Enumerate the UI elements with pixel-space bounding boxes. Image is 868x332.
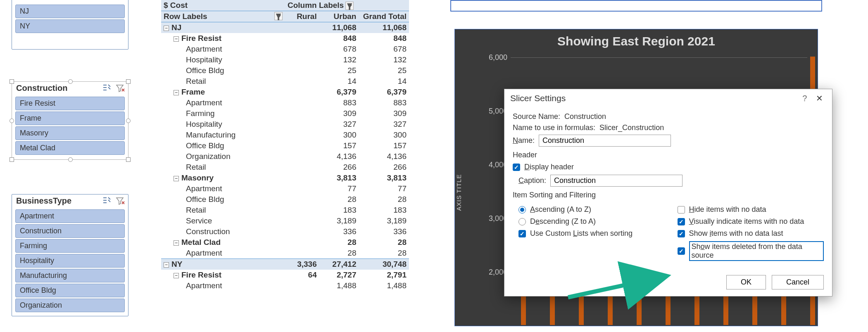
slicer-item-farming[interactable]: Farming (15, 239, 125, 253)
table-row[interactable]: −Masonry3,8133,813 (161, 173, 409, 183)
table-row[interactable]: Retail183183 (161, 205, 409, 216)
cell-value (285, 108, 319, 119)
slicer-item-frame[interactable]: Frame (15, 111, 125, 125)
slicer-item-apartment[interactable]: Apartment (15, 209, 125, 223)
table-row[interactable]: −Fire Resist642,7272,791 (161, 270, 409, 280)
slicer-item-construction[interactable]: Construction (15, 224, 125, 238)
table-row[interactable]: Office Bldg157157 (161, 140, 409, 151)
row-label: Frame (181, 88, 205, 96)
resize-handle[interactable] (126, 119, 131, 123)
table-row[interactable]: Apartment883883 (161, 97, 409, 108)
cell-value: 2,791 (359, 270, 409, 280)
help-icon[interactable]: ? (799, 92, 810, 104)
table-row[interactable]: −Frame6,3796,379 (161, 87, 409, 97)
table-row[interactable]: Service3,1893,189 (161, 216, 409, 226)
pivot-col-total: Grand Total (359, 11, 409, 22)
cancel-button[interactable]: Cancel (772, 275, 824, 289)
custom-lists-checkbox[interactable] (518, 230, 526, 237)
table-row[interactable]: Apartment2828 (161, 248, 409, 259)
table-row[interactable]: −Metal Clad2828 (161, 237, 409, 248)
clear-filter-icon[interactable] (116, 84, 125, 93)
table-row[interactable]: Organization4,1364,136 (161, 151, 409, 162)
table-row[interactable]: Office Bldg2525 (161, 65, 409, 76)
formula-bar-fragment[interactable] (450, 0, 822, 12)
ascending-radio[interactable] (518, 206, 526, 213)
slicer-item-nj[interactable]: NJ (15, 5, 125, 18)
multi-select-icon[interactable] (102, 84, 112, 93)
table-row[interactable]: Construction336336 (161, 226, 409, 237)
table-row[interactable]: Hospitality327327 (161, 119, 409, 130)
hide-nodata-label: Hide items with no data (689, 205, 766, 214)
row-filter-icon[interactable] (274, 12, 283, 20)
table-row[interactable]: Retail266266 (161, 162, 409, 173)
resize-handle[interactable] (10, 119, 14, 123)
descending-radio[interactable] (518, 218, 526, 225)
show-deleted-checkbox[interactable] (678, 247, 685, 255)
slicer-item-fire-resist[interactable]: Fire Resist (15, 97, 125, 110)
resize-handle[interactable] (68, 79, 73, 84)
name-input[interactable] (539, 135, 671, 147)
resize-handle[interactable] (126, 157, 131, 162)
slicer-item-office-bldg[interactable]: Office Bldg (15, 284, 125, 297)
clear-filter-icon[interactable] (116, 197, 125, 206)
cell-value: 28 (359, 194, 409, 205)
cell-value: 11,068 (319, 22, 359, 33)
row-label: Office Bldg (186, 195, 224, 204)
formula-name-value: Slicer_Construction (599, 123, 664, 132)
column-filter-icon[interactable] (345, 2, 354, 10)
cell-value: 2,727 (319, 270, 359, 280)
slicer-state[interactable]: State NJ NY (12, 0, 128, 50)
table-row[interactable]: Farming309309 (161, 108, 409, 119)
slicer-construction[interactable]: Construction Fire Resist Frame Masonry M… (12, 81, 128, 160)
table-row[interactable]: Apartment7777 (161, 183, 409, 194)
gridline (511, 57, 807, 58)
visually-indicate-checkbox[interactable] (678, 218, 685, 225)
multi-select-icon[interactable] (102, 197, 112, 206)
descending-label: Descending (Z to A) (530, 217, 596, 226)
slicer-item-manufacturing[interactable]: Manufacturing (15, 269, 125, 282)
slicer-businesstype[interactable]: BusinessType Apartment Construction Farm… (12, 194, 128, 316)
table-row[interactable]: Manufacturing300300 (161, 130, 409, 140)
clear-filter-icon[interactable] (116, 0, 125, 1)
cell-value: 1,488 (319, 280, 359, 291)
collapse-icon[interactable]: − (174, 273, 179, 278)
collapse-icon[interactable]: − (174, 90, 179, 95)
table-row[interactable]: Hospitality132132 (161, 55, 409, 65)
pivot-table[interactable]: $ Cost Column Labels Row Labels Rural Ur… (161, 0, 409, 291)
ok-button[interactable]: OK (726, 275, 766, 289)
collapse-icon[interactable]: − (164, 262, 169, 268)
dialog-title: Slicer Settings (510, 93, 566, 103)
table-row[interactable]: Apartment678678 (161, 44, 409, 55)
slicer-item-organization[interactable]: Organization (15, 299, 125, 312)
collapse-icon[interactable]: − (174, 36, 179, 42)
slicer-item-ny[interactable]: NY (15, 19, 125, 33)
cell-value: 309 (319, 108, 359, 119)
collapse-icon[interactable]: − (164, 26, 169, 31)
collapse-icon[interactable]: − (174, 176, 179, 181)
cell-value: 336 (319, 226, 359, 237)
hide-nodata-checkbox[interactable] (678, 206, 685, 213)
resize-handle[interactable] (10, 79, 14, 84)
table-row[interactable]: Office Bldg2828 (161, 194, 409, 205)
row-label: Fire Resist (181, 270, 221, 279)
close-icon[interactable]: ✕ (813, 92, 826, 104)
cell-value (285, 162, 319, 173)
slicer-item-masonry[interactable]: Masonry (15, 126, 125, 140)
cell-value (285, 44, 319, 55)
display-header-checkbox[interactable] (513, 164, 520, 171)
table-row[interactable]: Retail1414 (161, 76, 409, 87)
resize-handle[interactable] (68, 157, 73, 162)
cell-value (285, 216, 319, 226)
collapse-icon[interactable]: − (174, 240, 179, 246)
table-row[interactable]: −Fire Resist848848 (161, 33, 409, 44)
table-row[interactable]: Apartment1,4881,488 (161, 280, 409, 291)
table-row[interactable]: −NY3,33627,41230,748 (161, 259, 409, 270)
multi-select-icon[interactable] (102, 0, 112, 1)
resize-handle[interactable] (126, 79, 131, 84)
slicer-item-metal-clad[interactable]: Metal Clad (15, 141, 125, 155)
table-row[interactable]: −NJ11,06811,068 (161, 22, 409, 33)
show-nodata-last-checkbox[interactable] (678, 230, 685, 237)
caption-input[interactable] (550, 175, 683, 187)
resize-handle[interactable] (10, 157, 14, 162)
slicer-item-hospitality[interactable]: Hospitality (15, 254, 125, 268)
